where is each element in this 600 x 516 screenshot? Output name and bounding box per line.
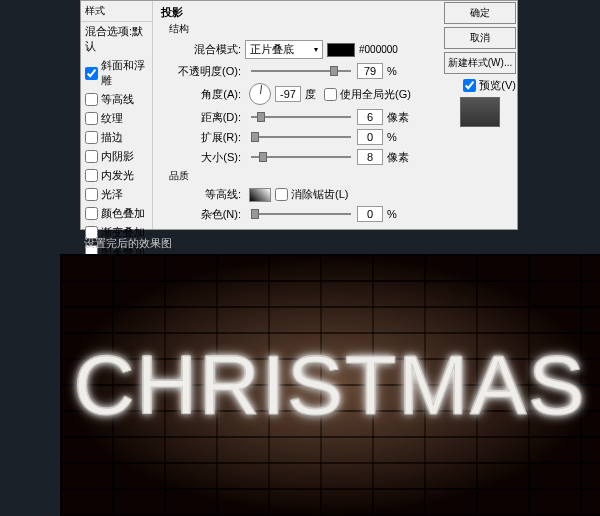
sidebar-item-0[interactable]: 斜面和浮雕 bbox=[81, 56, 152, 90]
spread-input[interactable] bbox=[357, 129, 383, 145]
sidebar-item-2[interactable]: 纹理 bbox=[81, 109, 152, 128]
global-light-checkbox[interactable] bbox=[324, 88, 337, 101]
size-slider[interactable] bbox=[251, 152, 351, 162]
blend-mode-label: 混合模式: bbox=[173, 42, 241, 57]
antialias-checkbox[interactable] bbox=[275, 188, 288, 201]
sidebar-label-0: 斜面和浮雕 bbox=[101, 58, 148, 88]
distance-label: 距离(D): bbox=[173, 110, 241, 125]
sidebar-label-3: 描边 bbox=[101, 130, 123, 145]
cancel-button[interactable]: 取消 bbox=[444, 27, 516, 49]
preview-toggle[interactable]: 预览(V) bbox=[444, 78, 516, 93]
sidebar-label-1: 等高线 bbox=[101, 92, 134, 107]
sidebar-header: 样式 bbox=[81, 1, 152, 22]
spread-slider[interactable] bbox=[251, 132, 351, 142]
result-caption: 设置完后的效果图 bbox=[84, 236, 172, 251]
sidebar-item-4[interactable]: 内阴影 bbox=[81, 147, 152, 166]
sidebar-label-7: 颜色叠加 bbox=[101, 206, 145, 221]
sidebar-item-3[interactable]: 描边 bbox=[81, 128, 152, 147]
opacity-input[interactable] bbox=[357, 63, 383, 79]
dialog-buttons: 确定 取消 新建样式(W)... 预览(V) bbox=[444, 2, 516, 131]
sidebar-checkbox-0[interactable] bbox=[85, 67, 98, 80]
sidebar-item-6[interactable]: 光泽 bbox=[81, 185, 152, 204]
noise-row: 杂色(N): % bbox=[173, 206, 509, 222]
preview-swatch bbox=[460, 97, 500, 127]
sidebar-checkbox-2[interactable] bbox=[85, 112, 98, 125]
sidebar-item-5[interactable]: 内发光 bbox=[81, 166, 152, 185]
contour-picker[interactable] bbox=[249, 188, 271, 202]
sidebar-checkbox-1[interactable] bbox=[85, 93, 98, 106]
sidebar-checkbox-4[interactable] bbox=[85, 150, 98, 163]
size-input[interactable] bbox=[357, 149, 383, 165]
sidebar-label-2: 纹理 bbox=[101, 111, 123, 126]
blend-options-default[interactable]: 混合选项:默认 bbox=[81, 22, 152, 56]
sidebar-checkbox-6[interactable] bbox=[85, 188, 98, 201]
sidebar-item-7[interactable]: 颜色叠加 bbox=[81, 204, 152, 223]
opacity-slider[interactable] bbox=[251, 66, 351, 76]
new-style-button[interactable]: 新建样式(W)... bbox=[444, 52, 516, 74]
ok-button[interactable]: 确定 bbox=[444, 2, 516, 24]
quality-label: 品质 bbox=[169, 169, 509, 183]
size-label: 大小(S): bbox=[173, 150, 241, 165]
contour-row: 等高线: 消除锯齿(L) bbox=[173, 187, 509, 202]
angle-label: 角度(A): bbox=[173, 87, 241, 102]
noise-slider[interactable] bbox=[251, 209, 351, 219]
distance-slider[interactable] bbox=[251, 112, 351, 122]
angle-input[interactable] bbox=[275, 86, 301, 102]
result-image: CHRISTMAS bbox=[60, 254, 600, 516]
sidebar-label-5: 内发光 bbox=[101, 168, 134, 183]
sidebar-checkbox-7[interactable] bbox=[85, 207, 98, 220]
spread-row: 扩展(R): % bbox=[173, 129, 509, 145]
size-row: 大小(S): 像素 bbox=[173, 149, 509, 165]
sidebar-label-6: 光泽 bbox=[101, 187, 123, 202]
opacity-label: 不透明度(O): bbox=[173, 64, 241, 79]
spread-label: 扩展(R): bbox=[173, 130, 241, 145]
christmas-text: CHRISTMAS bbox=[74, 337, 587, 434]
hex-value: #000000 bbox=[359, 44, 398, 55]
sidebar-checkbox-5[interactable] bbox=[85, 169, 98, 182]
styles-sidebar: 样式 混合选项:默认 斜面和浮雕等高线纹理描边内阴影内发光光泽颜色叠加渐变叠加图… bbox=[81, 1, 153, 229]
blend-mode-select[interactable]: 正片叠底 bbox=[245, 40, 323, 59]
noise-label: 杂色(N): bbox=[173, 207, 241, 222]
angle-dial[interactable] bbox=[249, 83, 271, 105]
contour-label: 等高线: bbox=[173, 187, 241, 202]
shadow-color-swatch[interactable] bbox=[327, 43, 355, 57]
sidebar-checkbox-3[interactable] bbox=[85, 131, 98, 144]
sidebar-item-1[interactable]: 等高线 bbox=[81, 90, 152, 109]
noise-input[interactable] bbox=[357, 206, 383, 222]
distance-input[interactable] bbox=[357, 109, 383, 125]
sidebar-label-4: 内阴影 bbox=[101, 149, 134, 164]
preview-checkbox[interactable] bbox=[463, 79, 476, 92]
